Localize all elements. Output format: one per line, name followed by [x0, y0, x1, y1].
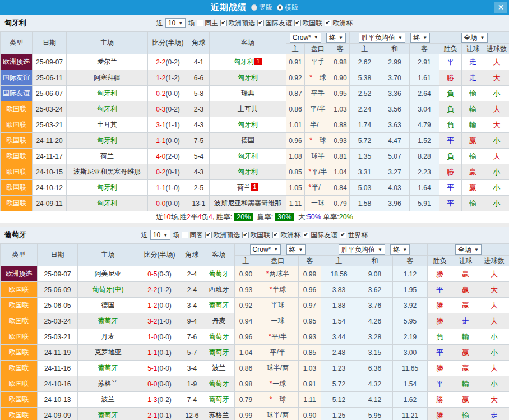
cell-goals-result: 小 — [484, 86, 509, 101]
cell-home: 苏格兰 — [78, 376, 138, 392]
avg-time-select[interactable]: 终 — [410, 33, 430, 43]
league-filter-国际友谊[interactable]: 国际友谊 — [257, 19, 292, 28]
cell-date: 25-03-24 — [33, 101, 67, 117]
cell-away: 匈牙利1 — [210, 54, 286, 70]
league-filter-欧国联[interactable]: 欧国联 — [294, 19, 322, 28]
league-filter-欧洲杯[interactable]: 欧洲杯 — [325, 19, 353, 28]
cell-wdl-result: 負 — [439, 149, 462, 164]
cell-avg-draw: 4.32 — [357, 376, 393, 392]
cell-away: 葡萄牙 — [203, 392, 235, 408]
checkbox-checked-icon[interactable] — [257, 20, 264, 26]
league-filter-欧国联[interactable]: 欧国联 — [242, 230, 270, 240]
near-link[interactable]: 近 — [141, 230, 148, 240]
halftime-score: (0-2) — [166, 105, 180, 113]
opponent-team-name: 苏格兰 — [209, 411, 229, 419]
match-row: 欧国联24-09-09葡萄牙2-1(0-1)12-6苏格兰0.99球半/两0.9… — [1, 408, 509, 420]
matches-table: 类型 日期 主场 比分(半场) 角球 客场 Crow* 终 胜平负均值 终 — [0, 31, 509, 211]
fulltime-score: 0-0 — [156, 200, 165, 207]
layout-radio-vertical[interactable]: 竖版 — [251, 3, 272, 12]
checkbox-checked-icon[interactable] — [242, 232, 249, 238]
section-filter-bar: 匈牙利 近 10 场 同主 欧洲预选国际友谊欧国联欧洲杯 — [0, 15, 509, 31]
cell-home: 阿塞拜疆 — [67, 70, 148, 86]
cell-corner: 7-6 — [181, 329, 203, 345]
odds-time-select[interactable]: 终 — [286, 244, 306, 255]
cell-home: 匈牙利 — [67, 196, 148, 211]
layout-radio-horizontal[interactable]: 横版 — [277, 3, 298, 12]
fulltime-select[interactable]: 全场 — [461, 33, 488, 43]
match-row: 欧国联24-11-17荷兰4-0(2-0)5-4匈牙利1.08球半0.811.3… — [1, 149, 509, 164]
focus-team-name: 匈牙利 — [238, 73, 258, 81]
cell-home: 爱尔兰 — [67, 54, 148, 70]
match-count-select[interactable]: 10 — [165, 18, 186, 28]
league-filter-欧洲预选[interactable]: 欧洲预选 — [205, 230, 240, 240]
match-count-select[interactable]: 10 — [150, 230, 170, 240]
halftime-score: (0-1) — [166, 168, 180, 176]
cell-home: 土耳其 — [67, 117, 148, 133]
cell-avg-home: 5.12 — [321, 392, 357, 408]
checkbox-checked-icon[interactable] — [272, 232, 279, 238]
cell-handicap-line: 半/一 — [305, 117, 331, 133]
checkbox-checked-icon[interactable] — [303, 232, 309, 238]
radio-unselected-icon[interactable] — [251, 4, 257, 11]
fulltime-score: 2-1 — [147, 412, 157, 419]
cell-avg-draw: 3.27 — [380, 164, 410, 180]
cell-goals-result: 小 — [484, 133, 509, 149]
checkbox-checked-icon[interactable] — [325, 20, 331, 26]
league-badge: 欧国联 — [1, 392, 37, 407]
checkbox-checked-icon[interactable] — [220, 20, 227, 26]
cell-goals-result: 小 — [484, 196, 509, 211]
cell-wdl-result: 勝 — [439, 164, 462, 180]
cell-crow-home-odds: 1.04 — [235, 345, 257, 361]
bookmaker-select[interactable]: Crow* — [290, 33, 321, 43]
close-button[interactable]: ✕ — [494, 2, 507, 13]
cell-crow-away-odds: 1.03 — [331, 101, 350, 117]
fulltime-select[interactable]: 全场 — [455, 244, 482, 255]
cell-corner: 5-4 — [188, 149, 210, 164]
cell-handicap-result: 赢 — [452, 266, 479, 282]
same-venue-checkbox[interactable]: 同客 — [182, 230, 203, 240]
cell-away: 波兰 — [203, 361, 235, 376]
league-badge: 欧国联 — [1, 329, 37, 344]
window-title: 近期战绩 — [211, 2, 247, 13]
bookmaker-select[interactable]: Crow* — [250, 244, 281, 255]
col-crow-home: 主 — [235, 256, 257, 266]
league-filter-欧洲预选[interactable]: 欧洲预选 — [220, 19, 255, 28]
cell-avg-home: 5.72 — [321, 376, 357, 392]
cell-away: 匈牙利 — [210, 117, 286, 133]
cell-avg-away: 1.62 — [393, 392, 428, 408]
cell-wdl-result: 平 — [439, 54, 462, 70]
cell-corner: 4-3 — [188, 117, 210, 133]
cell-avg-draw: 3.15 — [357, 345, 393, 361]
cell-score: 3-1(1-1) — [148, 117, 188, 133]
cell-corner: 2-5 — [188, 180, 210, 196]
star-icon: * — [266, 270, 269, 278]
same-venue-checkbox[interactable]: 同主 — [197, 19, 218, 28]
cell-away: 葡萄牙 — [203, 376, 235, 392]
league-filter-国际友谊[interactable]: 国际友谊 — [303, 230, 337, 240]
league-badge: 国际友谊 — [1, 70, 32, 85]
odds-time-select[interactable]: 终 — [326, 33, 346, 43]
checkbox-unchecked-icon[interactable] — [197, 20, 203, 26]
checkbox-checked-icon[interactable] — [340, 232, 346, 238]
cell-handicap-line: *一球 — [257, 392, 299, 408]
checkbox-unchecked-icon[interactable] — [182, 232, 188, 238]
cell-handicap-result: 輸 — [462, 86, 484, 101]
radio-selected-icon[interactable] — [277, 4, 283, 11]
focus-team-name: 葡萄牙 — [209, 395, 229, 403]
near-link[interactable]: 近 — [156, 19, 163, 28]
league-filter-欧洲杯[interactable]: 欧洲杯 — [272, 230, 300, 240]
cell-score: 2-2(1-2) — [138, 282, 181, 298]
col-score: 比分(半场) — [148, 32, 188, 54]
focus-team-name: 匈牙利 — [97, 199, 117, 207]
checkbox-checked-icon[interactable] — [205, 232, 212, 238]
checkbox-checked-icon[interactable] — [294, 20, 301, 26]
avg-select[interactable]: 胜平负均值 — [359, 33, 405, 43]
league-filter-世界杯[interactable]: 世界杯 — [340, 230, 368, 240]
cell-goals-result: 大 — [484, 70, 509, 86]
red-card-badge: 1 — [251, 183, 258, 191]
focus-team-name: 葡萄牙(中) — [92, 285, 124, 293]
opponent-team-name: 爱尔兰 — [97, 58, 117, 66]
avg-select[interactable]: 胜平负均值 — [339, 244, 385, 255]
cell-wdl-result: 負 — [428, 329, 452, 345]
avg-time-select[interactable]: 终 — [390, 244, 410, 255]
